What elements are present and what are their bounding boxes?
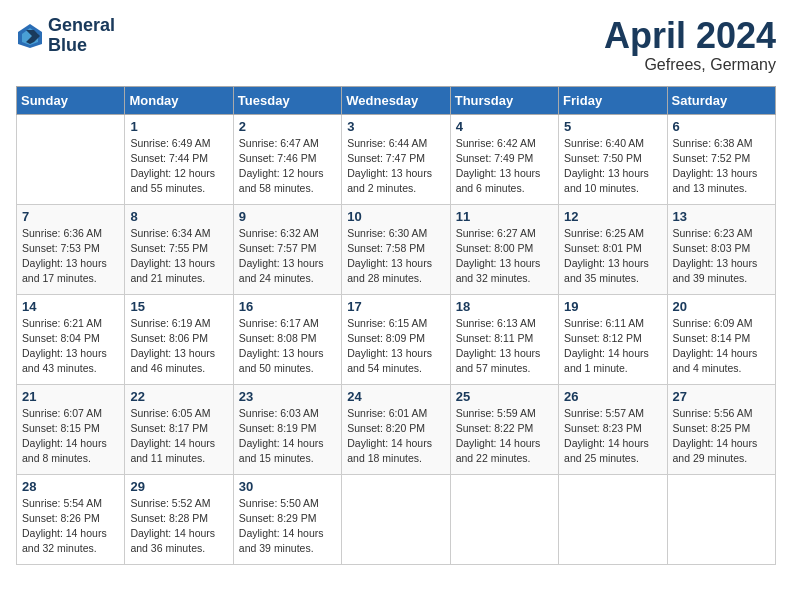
calendar-body: 1Sunrise: 6:49 AM Sunset: 7:44 PM Daylig… <box>17 114 776 564</box>
calendar-cell: 12Sunrise: 6:25 AM Sunset: 8:01 PM Dayli… <box>559 204 667 294</box>
calendar-week-row: 7Sunrise: 6:36 AM Sunset: 7:53 PM Daylig… <box>17 204 776 294</box>
day-detail: Sunrise: 6:40 AM Sunset: 7:50 PM Dayligh… <box>564 136 661 197</box>
day-detail: Sunrise: 6:27 AM Sunset: 8:00 PM Dayligh… <box>456 226 553 287</box>
logo-icon <box>16 22 44 50</box>
weekday-header: Wednesday <box>342 86 450 114</box>
day-number: 15 <box>130 299 227 314</box>
page-header: General Blue April 2024 Gefrees, Germany <box>16 16 776 74</box>
day-number: 24 <box>347 389 444 404</box>
day-detail: Sunrise: 6:03 AM Sunset: 8:19 PM Dayligh… <box>239 406 336 467</box>
day-number: 18 <box>456 299 553 314</box>
day-detail: Sunrise: 6:19 AM Sunset: 8:06 PM Dayligh… <box>130 316 227 377</box>
day-number: 1 <box>130 119 227 134</box>
calendar-cell <box>667 474 775 564</box>
calendar-cell: 2Sunrise: 6:47 AM Sunset: 7:46 PM Daylig… <box>233 114 341 204</box>
calendar-cell: 10Sunrise: 6:30 AM Sunset: 7:58 PM Dayli… <box>342 204 450 294</box>
calendar-cell: 6Sunrise: 6:38 AM Sunset: 7:52 PM Daylig… <box>667 114 775 204</box>
calendar-cell: 13Sunrise: 6:23 AM Sunset: 8:03 PM Dayli… <box>667 204 775 294</box>
day-number: 14 <box>22 299 119 314</box>
weekday-header: Saturday <box>667 86 775 114</box>
day-detail: Sunrise: 6:17 AM Sunset: 8:08 PM Dayligh… <box>239 316 336 377</box>
day-number: 4 <box>456 119 553 134</box>
calendar-cell: 14Sunrise: 6:21 AM Sunset: 8:04 PM Dayli… <box>17 294 125 384</box>
day-number: 29 <box>130 479 227 494</box>
day-number: 7 <box>22 209 119 224</box>
day-number: 20 <box>673 299 770 314</box>
calendar-table: SundayMondayTuesdayWednesdayThursdayFrid… <box>16 86 776 565</box>
day-detail: Sunrise: 6:42 AM Sunset: 7:49 PM Dayligh… <box>456 136 553 197</box>
calendar-cell: 18Sunrise: 6:13 AM Sunset: 8:11 PM Dayli… <box>450 294 558 384</box>
calendar-cell: 24Sunrise: 6:01 AM Sunset: 8:20 PM Dayli… <box>342 384 450 474</box>
day-number: 21 <box>22 389 119 404</box>
calendar-cell: 23Sunrise: 6:03 AM Sunset: 8:19 PM Dayli… <box>233 384 341 474</box>
day-number: 27 <box>673 389 770 404</box>
calendar-cell: 5Sunrise: 6:40 AM Sunset: 7:50 PM Daylig… <box>559 114 667 204</box>
day-number: 6 <box>673 119 770 134</box>
calendar-cell: 25Sunrise: 5:59 AM Sunset: 8:22 PM Dayli… <box>450 384 558 474</box>
day-detail: Sunrise: 5:56 AM Sunset: 8:25 PM Dayligh… <box>673 406 770 467</box>
day-number: 30 <box>239 479 336 494</box>
calendar-cell: 17Sunrise: 6:15 AM Sunset: 8:09 PM Dayli… <box>342 294 450 384</box>
weekday-header: Thursday <box>450 86 558 114</box>
day-number: 11 <box>456 209 553 224</box>
calendar-cell: 4Sunrise: 6:42 AM Sunset: 7:49 PM Daylig… <box>450 114 558 204</box>
weekday-header: Tuesday <box>233 86 341 114</box>
calendar-week-row: 21Sunrise: 6:07 AM Sunset: 8:15 PM Dayli… <box>17 384 776 474</box>
calendar-week-row: 14Sunrise: 6:21 AM Sunset: 8:04 PM Dayli… <box>17 294 776 384</box>
title-block: April 2024 Gefrees, Germany <box>604 16 776 74</box>
day-number: 2 <box>239 119 336 134</box>
day-detail: Sunrise: 6:44 AM Sunset: 7:47 PM Dayligh… <box>347 136 444 197</box>
weekday-header: Friday <box>559 86 667 114</box>
weekday-header: Sunday <box>17 86 125 114</box>
day-detail: Sunrise: 6:13 AM Sunset: 8:11 PM Dayligh… <box>456 316 553 377</box>
day-number: 22 <box>130 389 227 404</box>
calendar-cell: 11Sunrise: 6:27 AM Sunset: 8:00 PM Dayli… <box>450 204 558 294</box>
calendar-cell <box>17 114 125 204</box>
calendar-cell: 15Sunrise: 6:19 AM Sunset: 8:06 PM Dayli… <box>125 294 233 384</box>
day-detail: Sunrise: 6:38 AM Sunset: 7:52 PM Dayligh… <box>673 136 770 197</box>
logo-text: General Blue <box>48 16 115 56</box>
day-detail: Sunrise: 6:36 AM Sunset: 7:53 PM Dayligh… <box>22 226 119 287</box>
day-number: 26 <box>564 389 661 404</box>
day-detail: Sunrise: 6:32 AM Sunset: 7:57 PM Dayligh… <box>239 226 336 287</box>
day-number: 25 <box>456 389 553 404</box>
day-number: 3 <box>347 119 444 134</box>
month-title: April 2024 <box>604 16 776 56</box>
calendar-cell: 22Sunrise: 6:05 AM Sunset: 8:17 PM Dayli… <box>125 384 233 474</box>
day-number: 9 <box>239 209 336 224</box>
day-detail: Sunrise: 5:59 AM Sunset: 8:22 PM Dayligh… <box>456 406 553 467</box>
day-detail: Sunrise: 6:30 AM Sunset: 7:58 PM Dayligh… <box>347 226 444 287</box>
day-detail: Sunrise: 6:23 AM Sunset: 8:03 PM Dayligh… <box>673 226 770 287</box>
day-number: 16 <box>239 299 336 314</box>
calendar-cell <box>450 474 558 564</box>
day-number: 23 <box>239 389 336 404</box>
calendar-cell <box>342 474 450 564</box>
day-detail: Sunrise: 6:05 AM Sunset: 8:17 PM Dayligh… <box>130 406 227 467</box>
day-detail: Sunrise: 5:50 AM Sunset: 8:29 PM Dayligh… <box>239 496 336 557</box>
day-detail: Sunrise: 6:15 AM Sunset: 8:09 PM Dayligh… <box>347 316 444 377</box>
logo: General Blue <box>16 16 115 56</box>
day-detail: Sunrise: 6:21 AM Sunset: 8:04 PM Dayligh… <box>22 316 119 377</box>
day-number: 13 <box>673 209 770 224</box>
day-detail: Sunrise: 6:34 AM Sunset: 7:55 PM Dayligh… <box>130 226 227 287</box>
calendar-cell: 26Sunrise: 5:57 AM Sunset: 8:23 PM Dayli… <box>559 384 667 474</box>
day-detail: Sunrise: 6:49 AM Sunset: 7:44 PM Dayligh… <box>130 136 227 197</box>
calendar-cell: 1Sunrise: 6:49 AM Sunset: 7:44 PM Daylig… <box>125 114 233 204</box>
day-number: 17 <box>347 299 444 314</box>
day-detail: Sunrise: 5:52 AM Sunset: 8:28 PM Dayligh… <box>130 496 227 557</box>
calendar-cell <box>559 474 667 564</box>
weekday-header: Monday <box>125 86 233 114</box>
day-number: 5 <box>564 119 661 134</box>
day-detail: Sunrise: 5:54 AM Sunset: 8:26 PM Dayligh… <box>22 496 119 557</box>
calendar-week-row: 28Sunrise: 5:54 AM Sunset: 8:26 PM Dayli… <box>17 474 776 564</box>
calendar-cell: 20Sunrise: 6:09 AM Sunset: 8:14 PM Dayli… <box>667 294 775 384</box>
day-number: 10 <box>347 209 444 224</box>
day-number: 19 <box>564 299 661 314</box>
day-detail: Sunrise: 6:01 AM Sunset: 8:20 PM Dayligh… <box>347 406 444 467</box>
calendar-cell: 29Sunrise: 5:52 AM Sunset: 8:28 PM Dayli… <box>125 474 233 564</box>
calendar-cell: 19Sunrise: 6:11 AM Sunset: 8:12 PM Dayli… <box>559 294 667 384</box>
day-number: 12 <box>564 209 661 224</box>
calendar-cell: 9Sunrise: 6:32 AM Sunset: 7:57 PM Daylig… <box>233 204 341 294</box>
calendar-cell: 27Sunrise: 5:56 AM Sunset: 8:25 PM Dayli… <box>667 384 775 474</box>
calendar-week-row: 1Sunrise: 6:49 AM Sunset: 7:44 PM Daylig… <box>17 114 776 204</box>
